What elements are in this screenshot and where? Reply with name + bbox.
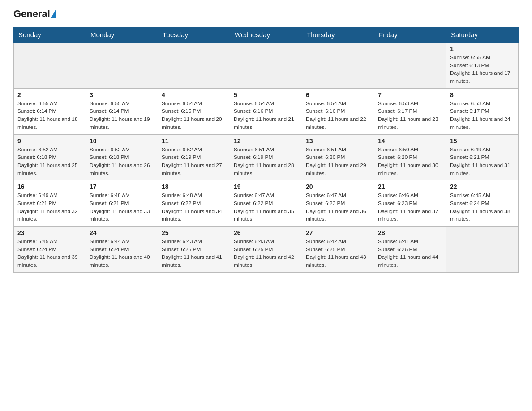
- day-number: 27: [306, 229, 370, 236]
- day-info: Sunrise: 6:45 AMSunset: 6:24 PMDaylight:…: [450, 192, 515, 223]
- day-number: 28: [378, 229, 442, 236]
- day-info: Sunrise: 6:45 AMSunset: 6:24 PMDaylight:…: [17, 238, 82, 270]
- day-number: 20: [306, 183, 370, 190]
- calendar-cell: 23Sunrise: 6:45 AMSunset: 6:24 PMDayligh…: [14, 227, 86, 273]
- day-info: Sunrise: 6:52 AMSunset: 6:19 PMDaylight:…: [162, 146, 226, 178]
- calendar-cell: [374, 43, 446, 89]
- day-header-monday: Monday: [86, 27, 158, 43]
- calendar-cell: 16Sunrise: 6:49 AMSunset: 6:21 PMDayligh…: [14, 180, 86, 227]
- calendar-cell: 17Sunrise: 6:48 AMSunset: 6:21 PMDayligh…: [86, 180, 158, 227]
- calendar-cell: [158, 43, 230, 89]
- calendar-week-3: 9Sunrise: 6:52 AMSunset: 6:18 PMDaylight…: [14, 134, 519, 180]
- day-info: Sunrise: 6:54 AMSunset: 6:16 PMDaylight:…: [234, 100, 298, 132]
- day-number: 15: [450, 137, 515, 145]
- day-number: 1: [450, 45, 515, 52]
- day-header-tuesday: Tuesday: [158, 27, 230, 43]
- calendar-cell: 9Sunrise: 6:52 AMSunset: 6:18 PMDaylight…: [14, 134, 86, 180]
- day-number: 14: [378, 137, 442, 145]
- day-info: Sunrise: 6:53 AMSunset: 6:17 PMDaylight:…: [450, 100, 515, 132]
- calendar-cell: 2Sunrise: 6:55 AMSunset: 6:14 PMDaylight…: [14, 88, 86, 134]
- day-header-saturday: Saturday: [446, 27, 519, 43]
- calendar-cell: 3Sunrise: 6:55 AMSunset: 6:14 PMDaylight…: [86, 88, 158, 134]
- calendar-cell: [302, 43, 374, 89]
- calendar-week-5: 23Sunrise: 6:45 AMSunset: 6:24 PMDayligh…: [14, 227, 519, 273]
- logo-triangle-icon: [51, 10, 56, 18]
- calendar-cell: [14, 43, 86, 89]
- calendar-cell: 15Sunrise: 6:49 AMSunset: 6:21 PMDayligh…: [446, 134, 519, 180]
- logo[interactable]: General: [13, 9, 56, 18]
- day-info: Sunrise: 6:47 AMSunset: 6:23 PMDaylight:…: [306, 192, 370, 223]
- day-info: Sunrise: 6:55 AMSunset: 6:14 PMDaylight:…: [90, 100, 154, 132]
- calendar-cell: 19Sunrise: 6:47 AMSunset: 6:22 PMDayligh…: [230, 180, 302, 227]
- calendar-cell: 25Sunrise: 6:43 AMSunset: 6:25 PMDayligh…: [158, 227, 230, 273]
- day-number: 10: [90, 137, 154, 145]
- day-info: Sunrise: 6:43 AMSunset: 6:25 PMDaylight:…: [162, 238, 226, 270]
- day-number: 3: [90, 91, 154, 98]
- day-number: 12: [234, 137, 298, 145]
- day-header-friday: Friday: [374, 27, 446, 43]
- day-number: 7: [378, 91, 442, 98]
- day-number: 21: [378, 183, 442, 190]
- calendar-cell: [86, 43, 158, 89]
- day-header-wednesday: Wednesday: [230, 27, 302, 43]
- day-info: Sunrise: 6:50 AMSunset: 6:20 PMDaylight:…: [378, 146, 442, 178]
- day-number: 11: [162, 137, 226, 145]
- day-info: Sunrise: 6:46 AMSunset: 6:23 PMDaylight:…: [378, 192, 442, 223]
- day-info: Sunrise: 6:55 AMSunset: 6:14 PMDaylight:…: [17, 100, 82, 132]
- day-number: 13: [306, 137, 370, 145]
- calendar-table: SundayMondayTuesdayWednesdayThursdayFrid…: [13, 27, 519, 273]
- day-number: 17: [90, 183, 154, 190]
- calendar-cell: 1Sunrise: 6:55 AMSunset: 6:13 PMDaylight…: [446, 43, 519, 89]
- calendar-week-4: 16Sunrise: 6:49 AMSunset: 6:21 PMDayligh…: [14, 180, 519, 227]
- calendar-cell: 28Sunrise: 6:41 AMSunset: 6:26 PMDayligh…: [374, 227, 446, 273]
- day-number: 25: [162, 229, 226, 236]
- day-number: 2: [17, 91, 82, 98]
- calendar-cell: 27Sunrise: 6:42 AMSunset: 6:25 PMDayligh…: [302, 227, 374, 273]
- day-info: Sunrise: 6:44 AMSunset: 6:24 PMDaylight:…: [90, 238, 154, 270]
- day-info: Sunrise: 6:48 AMSunset: 6:22 PMDaylight:…: [162, 192, 226, 223]
- page-header: General: [13, 9, 519, 18]
- day-info: Sunrise: 6:49 AMSunset: 6:21 PMDaylight:…: [17, 192, 82, 223]
- calendar-cell: [446, 227, 519, 273]
- day-number: 9: [17, 137, 82, 145]
- day-number: 22: [450, 183, 515, 190]
- day-info: Sunrise: 6:55 AMSunset: 6:13 PMDaylight:…: [450, 54, 515, 86]
- calendar-cell: 11Sunrise: 6:52 AMSunset: 6:19 PMDayligh…: [158, 134, 230, 180]
- calendar-cell: 18Sunrise: 6:48 AMSunset: 6:22 PMDayligh…: [158, 180, 230, 227]
- calendar-cell: 26Sunrise: 6:43 AMSunset: 6:25 PMDayligh…: [230, 227, 302, 273]
- day-info: Sunrise: 6:49 AMSunset: 6:21 PMDaylight:…: [450, 146, 515, 178]
- calendar-cell: 7Sunrise: 6:53 AMSunset: 6:17 PMDaylight…: [374, 88, 446, 134]
- day-info: Sunrise: 6:54 AMSunset: 6:15 PMDaylight:…: [162, 100, 226, 132]
- day-number: 16: [17, 183, 82, 190]
- calendar-cell: 12Sunrise: 6:51 AMSunset: 6:19 PMDayligh…: [230, 134, 302, 180]
- day-number: 6: [306, 91, 370, 98]
- day-number: 5: [234, 91, 298, 98]
- calendar-cell: 4Sunrise: 6:54 AMSunset: 6:15 PMDaylight…: [158, 88, 230, 134]
- calendar-cell: 20Sunrise: 6:47 AMSunset: 6:23 PMDayligh…: [302, 180, 374, 227]
- day-number: 8: [450, 91, 515, 98]
- day-info: Sunrise: 6:52 AMSunset: 6:18 PMDaylight:…: [90, 146, 154, 178]
- day-info: Sunrise: 6:51 AMSunset: 6:19 PMDaylight:…: [234, 146, 298, 178]
- day-number: 18: [162, 183, 226, 190]
- calendar-cell: 21Sunrise: 6:46 AMSunset: 6:23 PMDayligh…: [374, 180, 446, 227]
- day-info: Sunrise: 6:41 AMSunset: 6:26 PMDaylight:…: [378, 238, 442, 270]
- calendar-cell: 22Sunrise: 6:45 AMSunset: 6:24 PMDayligh…: [446, 180, 519, 227]
- day-header-thursday: Thursday: [302, 27, 374, 43]
- calendar-week-1: 1Sunrise: 6:55 AMSunset: 6:13 PMDaylight…: [14, 43, 519, 89]
- calendar-header: SundayMondayTuesdayWednesdayThursdayFrid…: [14, 27, 519, 43]
- day-info: Sunrise: 6:48 AMSunset: 6:21 PMDaylight:…: [90, 192, 154, 223]
- day-number: 19: [234, 183, 298, 190]
- day-header-sunday: Sunday: [14, 27, 86, 43]
- day-info: Sunrise: 6:43 AMSunset: 6:25 PMDaylight:…: [234, 238, 298, 270]
- day-info: Sunrise: 6:54 AMSunset: 6:16 PMDaylight:…: [306, 100, 370, 132]
- calendar-cell: 14Sunrise: 6:50 AMSunset: 6:20 PMDayligh…: [374, 134, 446, 180]
- calendar-cell: 13Sunrise: 6:51 AMSunset: 6:20 PMDayligh…: [302, 134, 374, 180]
- day-info: Sunrise: 6:42 AMSunset: 6:25 PMDaylight:…: [306, 238, 370, 270]
- calendar-cell: 6Sunrise: 6:54 AMSunset: 6:16 PMDaylight…: [302, 88, 374, 134]
- day-number: 4: [162, 91, 226, 98]
- calendar-cell: 10Sunrise: 6:52 AMSunset: 6:18 PMDayligh…: [86, 134, 158, 180]
- calendar-cell: [230, 43, 302, 89]
- calendar-week-2: 2Sunrise: 6:55 AMSunset: 6:14 PMDaylight…: [14, 88, 519, 134]
- day-number: 23: [17, 229, 82, 236]
- day-info: Sunrise: 6:51 AMSunset: 6:20 PMDaylight:…: [306, 146, 370, 178]
